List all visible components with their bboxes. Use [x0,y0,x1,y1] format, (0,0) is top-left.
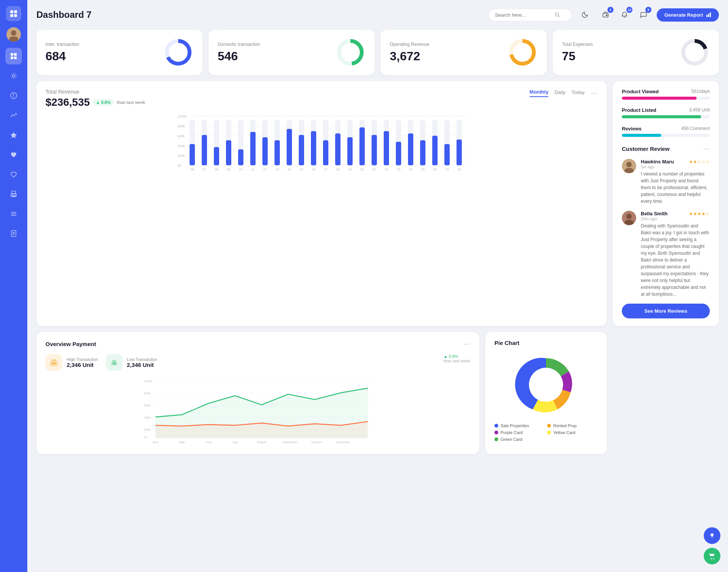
sidebar-item-analytics[interactable] [5,107,22,124]
sidebar-item-info[interactable] [5,87,22,104]
stat-label-1: Domestic transaction [218,42,335,47]
search-input[interactable] [495,12,552,18]
svg-text:1000k: 1000k [177,114,187,118]
review-header: Customer Review ⋯ [622,144,710,153]
sidebar-item-favorites[interactable] [5,127,22,143]
svg-text:20: 20 [360,168,364,171]
high-transaction-icon [46,354,62,371]
tab-daily[interactable]: Daily [554,89,565,97]
legend-green-card: Green Card [494,437,545,442]
svg-point-26 [555,13,559,16]
svg-rect-84 [311,131,316,165]
wallet-button[interactable]: 2 [598,8,613,22]
svg-text:August: August [257,440,267,444]
pie-chart-svg [512,351,580,419]
svg-point-160 [711,558,712,559]
user-avatar[interactable] [6,27,21,42]
low-transaction-icon [106,354,122,371]
svg-point-159 [712,538,712,538]
legend-yellow-card: Yellow Card [547,430,598,435]
svg-text:April: April [152,440,158,444]
revenue-tabs: Monthly Daily Today [530,89,585,97]
sidebar-item-reports[interactable] [5,225,22,242]
pie-legend: Sale Properties Rented Prop Purple Card … [494,423,598,442]
bell-button[interactable]: 12 [617,8,632,22]
stat-value-2: 3,672 [390,49,507,63]
svg-text:800k: 800k [177,124,185,128]
svg-text:06: 06 [190,168,194,171]
svg-rect-102 [384,131,389,165]
stat-label-2: Operating Revenue [390,42,507,47]
support-float-button[interactable] [704,527,720,544]
tab-monthly[interactable]: Monthly [530,89,549,97]
sidebar-item-print[interactable] [5,186,22,202]
stat-value-3: 75 [562,49,679,63]
svg-text:08: 08 [215,168,218,171]
svg-rect-18 [12,195,15,197]
svg-rect-81 [299,135,304,165]
svg-point-130 [52,363,53,364]
sidebar-item-dashboard[interactable] [5,48,22,64]
svg-text:15: 15 [300,168,303,171]
revenue-amount: $236,535 ▲ 0.8% than last week [46,96,145,108]
revenue-change-badge: ▲ 0.8% [93,99,114,106]
page-title: Dashboard 7 [36,9,482,20]
svg-text:14: 14 [287,168,291,171]
svg-rect-54 [190,144,195,165]
middle-section: Total Revenue $236,535 ▲ 0.8% than last … [36,81,719,326]
review-more-icon[interactable]: ⋯ [703,144,710,153]
stat-card-inter-transaction: Inter. transaction 684 [36,30,202,75]
generate-report-button[interactable]: Generate Report [657,8,719,22]
reviewer-avatar-0 [622,159,636,173]
svg-rect-1 [14,10,17,13]
payment-card: Overview Payment ⋯ High Transaction [36,332,479,454]
svg-rect-7 [11,53,13,56]
payment-more-icon[interactable]: ⋯ [463,340,470,348]
bottom-section: Overview Payment ⋯ High Transaction [36,332,719,454]
sidebar-item-heart[interactable] [5,146,22,163]
svg-point-29 [606,15,607,16]
svg-point-123 [626,162,632,167]
revenue-more-button[interactable]: ⋯ [591,89,598,97]
sidebar-item-menu[interactable] [5,205,22,222]
svg-text:09: 09 [227,168,231,171]
payment-header: Overview Payment ⋯ [46,340,470,348]
dark-mode-button[interactable] [578,8,592,22]
svg-text:200k: 200k [177,154,185,158]
svg-rect-10 [14,56,17,59]
svg-rect-3 [14,14,17,17]
svg-point-11 [13,75,15,77]
svg-text:600k: 600k [177,134,185,138]
review-item-0: Hawkins Maru ★★☆☆☆ 5m ago I viewed a num… [622,159,710,205]
bell-badge: 12 [626,7,632,13]
svg-line-27 [559,16,560,17]
svg-rect-93 [347,137,353,165]
chat-button[interactable]: 5 [636,8,651,22]
svg-rect-128 [50,361,58,366]
sidebar-item-settings[interactable] [5,67,22,84]
cart-float-button[interactable] [704,548,720,564]
svg-rect-78 [287,129,292,165]
svg-rect-108 [408,133,413,165]
svg-rect-90 [335,133,340,165]
svg-rect-2 [10,14,13,17]
see-more-reviews-button[interactable]: See More Reviews [622,304,710,318]
metrics-card: Product Viewed 561/days Product Listed 3… [613,81,719,326]
svg-text:25: 25 [421,168,425,171]
sidebar-item-wishlist[interactable] [5,166,22,183]
svg-rect-114 [432,136,438,165]
app-logo [6,6,21,21]
svg-text:12: 12 [263,168,267,171]
stat-card-domestic-transaction: Domestic transaction 546 [209,30,375,75]
svg-rect-32 [710,13,711,17]
tab-today[interactable]: Today [571,89,585,97]
high-transaction-stat: High Transaction 2,346 Unit [46,354,98,371]
low-transaction-stat: Low Transaction 2,346 Unit [106,354,157,371]
header-icons: 2 12 5 [598,8,651,22]
metric-product-listed: Product Listed 3,456 Unit [622,107,710,118]
svg-rect-75 [275,140,280,165]
svg-rect-16 [12,191,16,194]
svg-text:07: 07 [202,168,206,171]
svg-point-5 [11,30,16,36]
search-box[interactable] [488,9,572,21]
